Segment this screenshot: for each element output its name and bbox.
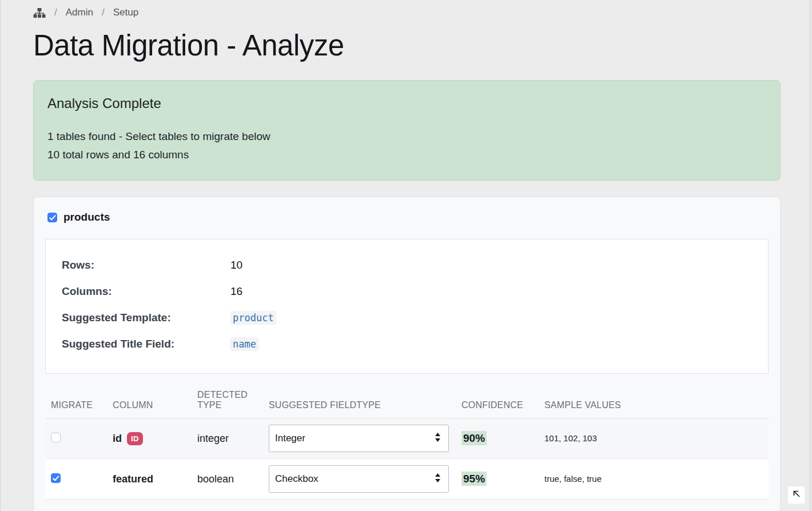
header-column: COLUMN	[107, 390, 192, 418]
header-detected-type: DETECTED TYPE	[192, 390, 263, 418]
migrate-checkbox-featured[interactable]	[51, 473, 61, 483]
arrow-up-left-icon	[793, 490, 801, 500]
columns-value: 16	[230, 285, 752, 298]
page-title: Data Migration - Analyze	[33, 29, 781, 63]
header-suggested-fieldtype: SUGGESTED FIELDTYPE	[263, 390, 456, 418]
analysis-complete-alert: Analysis Complete 1 tables found - Selec…	[33, 80, 781, 181]
products-checkbox[interactable]	[47, 213, 57, 222]
column-name: featured	[113, 473, 153, 485]
breadcrumb-item-setup[interactable]: Setup	[113, 7, 138, 18]
fieldtype-select-value: Integer	[275, 433, 305, 444]
header-confidence: CONFIDENCE	[456, 390, 539, 418]
sitemap-icon[interactable]	[33, 7, 46, 18]
header-sample-values: SAMPLE VALUES	[539, 390, 769, 418]
id-badge: ID	[127, 432, 143, 445]
breadcrumb-item-admin[interactable]: Admin	[66, 7, 93, 18]
fields-table: MIGRATE COLUMN DETECTED TYPE SUGGESTED F…	[45, 390, 769, 500]
sample-values: 101, 102, 103	[544, 433, 597, 443]
table-row-id: id ID integer Integer	[45, 418, 769, 459]
fieldtype-select-id[interactable]: Integer	[269, 425, 449, 452]
detected-type: integer	[197, 433, 229, 444]
breadcrumb-separator: /	[102, 7, 105, 18]
window-right-edge	[809, 0, 812, 511]
suggested-template-value: product	[230, 311, 276, 325]
table-name-label: products	[63, 211, 110, 223]
detected-type: boolean	[197, 473, 234, 485]
header-migrate: MIGRATE	[45, 390, 107, 418]
suggested-title-field-label: Suggested Title Field:	[62, 338, 230, 350]
fieldtype-select-value: Checkbox	[275, 473, 319, 485]
alert-line-rows-columns: 10 total rows and 16 columns	[47, 146, 766, 164]
fields-table-header-row: MIGRATE COLUMN DETECTED TYPE SUGGESTED F…	[45, 390, 769, 418]
confidence-value: 95%	[461, 472, 487, 486]
alert-title: Analysis Complete	[47, 95, 766, 111]
table-card: products Rows: 10 Columns: 16 Suggested …	[33, 197, 781, 511]
scroll-to-top-button[interactable]	[788, 486, 805, 504]
table-row-featured: featured boolean Checkbox	[45, 459, 769, 500]
rows-label: Rows:	[62, 259, 230, 272]
breadcrumb-separator: /	[54, 7, 57, 18]
alert-line-tables-found: 1 tables found - Select tables to migrat…	[47, 127, 766, 146]
column-name: id	[113, 433, 122, 445]
confidence-value: 90%	[461, 431, 487, 445]
suggested-template-label: Suggested Template:	[62, 312, 230, 324]
breadcrumb: / Admin / Setup	[33, 0, 781, 18]
rows-value: 10	[230, 259, 752, 272]
select-arrows-icon	[435, 473, 441, 486]
table-select-row: products	[45, 211, 769, 223]
table-info-panel: Rows: 10 Columns: 16 Suggested Template:…	[45, 239, 769, 374]
sample-values: true, false, true	[544, 474, 602, 484]
columns-label: Columns:	[62, 285, 230, 298]
suggested-title-field-value: name	[230, 337, 258, 351]
migrate-checkbox-id[interactable]	[51, 433, 61, 442]
page-content: / Admin / Setup Data Migration - Analyze…	[33, 0, 781, 511]
select-arrows-icon	[435, 432, 441, 445]
fieldtype-select-featured[interactable]: Checkbox	[269, 465, 449, 493]
